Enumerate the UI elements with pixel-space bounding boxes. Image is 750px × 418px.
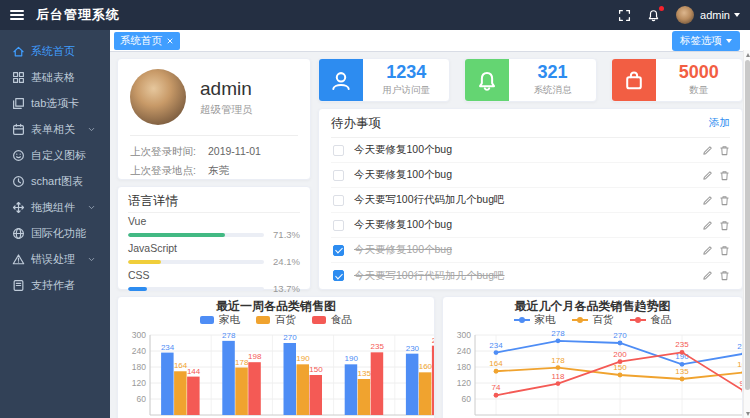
stat-value: 5000	[679, 63, 719, 83]
svg-text:178: 178	[235, 358, 249, 367]
svg-text:235: 235	[675, 340, 689, 349]
menu-toggle-icon[interactable]	[10, 10, 24, 20]
todo-checkbox[interactable]	[333, 170, 344, 181]
language-card-title: 语言详情	[128, 191, 300, 213]
svg-text:190: 190	[296, 354, 310, 363]
sidebar-item-home[interactable]: 系统首页	[0, 38, 110, 64]
legend-item[interactable]: 食品	[630, 313, 672, 327]
todo-checkbox[interactable]	[333, 270, 344, 281]
form-icon	[12, 123, 25, 136]
sidebar-item-book[interactable]: 支持作者	[0, 272, 110, 298]
delete-icon[interactable]	[719, 270, 730, 281]
scroll-up-arrow[interactable]	[744, 50, 750, 59]
todo-checkbox[interactable]	[333, 195, 344, 206]
app-root: 后台管理系统 admin 系统首页基础表格tab选项卡表单相关自定义图标scha…	[0, 0, 750, 418]
chevron-down-icon	[726, 39, 732, 43]
sidebar-item-drag[interactable]: 拖拽组件	[0, 194, 110, 220]
chevron-down-icon	[87, 125, 96, 134]
edit-icon[interactable]	[702, 270, 713, 281]
bar-chart-title: 最近一周各品类销售图	[118, 299, 434, 313]
edit-icon[interactable]	[702, 145, 713, 156]
notification-badge	[659, 6, 664, 11]
svg-text:270: 270	[283, 333, 297, 342]
todo-checkbox[interactable]	[333, 245, 344, 256]
drag-icon	[12, 201, 25, 214]
todo-item: 今天要写100行代码加几个bug吧	[331, 188, 730, 213]
language-name: CSS	[128, 269, 300, 282]
warning-icon	[12, 253, 25, 266]
legend-item[interactable]: 食品	[312, 313, 352, 327]
legend-item[interactable]: 百货	[572, 313, 614, 327]
delete-icon[interactable]	[719, 145, 730, 156]
language-name: JavaScript	[128, 242, 300, 255]
vertical-scrollbar[interactable]	[743, 50, 750, 418]
tab-options-button[interactable]: 标签选项	[672, 31, 740, 51]
todo-checkbox[interactable]	[333, 145, 344, 156]
todo-add-button[interactable]: 添加	[709, 116, 730, 130]
profile-card: admin 超级管理员 上次登录时间: 2019-11-01 上次登录地点: 东…	[117, 58, 311, 180]
stat-icon-box	[319, 59, 363, 102]
progress-track	[128, 260, 264, 264]
legend-item[interactable]: 百货	[256, 313, 296, 327]
svg-text:120: 120	[457, 378, 471, 388]
legend-swatch	[312, 316, 326, 324]
sidebar-item-tabs[interactable]: tab选项卡	[0, 90, 110, 116]
bag-icon	[623, 70, 645, 92]
todo-text: 今天要修复100个bug	[354, 143, 696, 157]
delete-icon[interactable]	[719, 170, 730, 181]
tab-label: 系统首页	[120, 34, 162, 48]
left-column: admin 超级管理员 上次登录时间: 2019-11-01 上次登录地点: 东…	[117, 58, 311, 290]
tab-home[interactable]: 系统首页	[114, 32, 180, 50]
edit-icon[interactable]	[702, 220, 713, 231]
todo-checkbox[interactable]	[333, 220, 344, 231]
progress-track	[128, 287, 264, 291]
detail-value: 2019-11-01	[208, 142, 261, 161]
legend-swatch	[572, 319, 588, 321]
charts-row: 最近一周各品类销售图 家电百货食品 3002401801206023427827…	[117, 296, 743, 418]
legend-item[interactable]: 家电	[200, 313, 240, 327]
svg-text:150: 150	[309, 365, 323, 374]
svg-text:160: 160	[419, 362, 433, 371]
bar-chart: 3002401801206023427827019023016417819013…	[126, 327, 435, 418]
svg-text:240: 240	[132, 346, 146, 356]
legend-label: 食品	[331, 313, 352, 327]
stat-label: 数量	[689, 84, 708, 97]
bar-chart-legend: 家电百货食品	[118, 313, 434, 327]
sidebar-item-warning[interactable]: 错误处理	[0, 246, 110, 272]
legend-item[interactable]: 家电	[514, 313, 556, 327]
user-avatar[interactable]	[676, 6, 694, 24]
right-column: 1234用户访问量321系统消息5000数量 待办事项 添加 今天要修复100个…	[318, 58, 743, 290]
svg-text:260: 260	[432, 336, 435, 345]
delete-icon[interactable]	[719, 245, 730, 256]
delete-icon[interactable]	[719, 195, 730, 206]
bell-icon[interactable]	[647, 8, 662, 23]
svg-text:135: 135	[675, 367, 689, 376]
svg-text:270: 270	[613, 331, 627, 340]
fullscreen-icon[interactable]	[618, 8, 633, 23]
edit-icon[interactable]	[702, 170, 713, 181]
svg-text:235: 235	[371, 342, 385, 351]
edit-icon[interactable]	[702, 195, 713, 206]
tab-options-label: 标签选项	[680, 34, 722, 48]
sidebar-item-globe[interactable]: 国际化功能	[0, 220, 110, 246]
sidebar-item-table[interactable]: 基础表格	[0, 64, 110, 90]
sidebar-item-form[interactable]: 表单相关	[0, 116, 110, 142]
svg-text:278: 278	[222, 331, 236, 340]
delete-icon[interactable]	[719, 220, 730, 231]
sidebar-item-clock[interactable]: schart图表	[0, 168, 110, 194]
svg-text:180: 180	[132, 362, 146, 372]
book-icon	[12, 279, 25, 292]
chevron-down-icon	[734, 13, 740, 17]
svg-text:234: 234	[161, 343, 175, 352]
user-menu[interactable]: admin	[700, 9, 740, 21]
scroll-down-arrow[interactable]	[744, 409, 750, 418]
language-name: Vue	[128, 215, 300, 228]
table-icon	[12, 71, 25, 84]
scrollbar-thumb[interactable]	[745, 60, 750, 390]
todo-item: 今天要修复100个bug	[331, 238, 730, 263]
stat-card-bell: 321系统消息	[464, 58, 596, 102]
svg-text:230: 230	[406, 344, 420, 353]
tab-close-icon[interactable]	[166, 37, 174, 45]
sidebar-item-emoji[interactable]: 自定义图标	[0, 142, 110, 168]
edit-icon[interactable]	[702, 245, 713, 256]
